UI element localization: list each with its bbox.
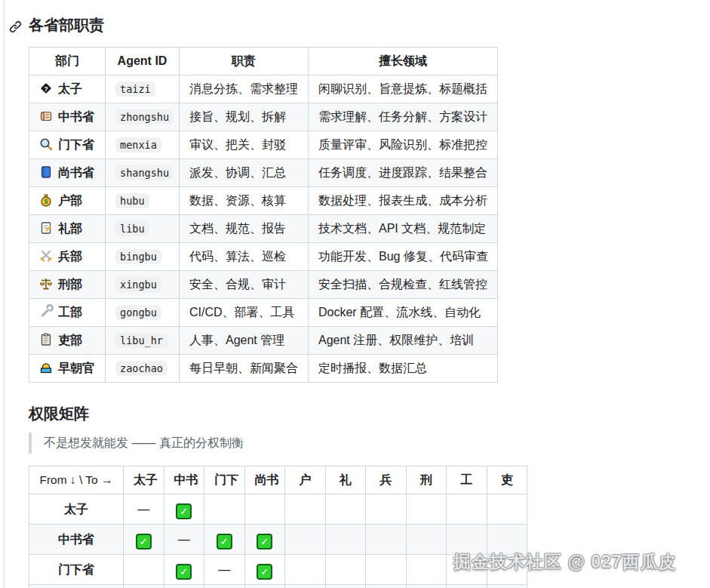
matrix-corner-header: From ↓ \ To → [29, 466, 124, 494]
department-name: 太子 [58, 82, 82, 95]
skills-cell: 安全扫描、合规检查、红线管控 [309, 271, 498, 299]
table-row: 刑部xingbu安全、合规、审计安全扫描、合规检查、红线管控 [29, 271, 498, 299]
matrix-cell [204, 494, 245, 525]
matrix-col-header: 门下 [204, 466, 245, 494]
matrix-cell [164, 555, 204, 585]
skills-cell: 定时播报、数据汇总 [309, 355, 498, 383]
matrix-col-header: 吏 [487, 466, 527, 494]
matrix-col-header: 中书 [164, 466, 204, 494]
balance-scale-icon [38, 276, 54, 291]
table-row: 工部gongbuCI/CD、部署、工具Docker 配置、流水线、自动化 [29, 299, 498, 327]
check-icon [176, 564, 192, 580]
scroll-icon [38, 109, 54, 124]
agent-id-cell: menxia [106, 131, 180, 159]
duties-table: 部门 Agent ID 职责 擅长领域 ?太子taizi消息分拣、需求整理闲聊识… [29, 47, 498, 383]
matrix-cell: — [204, 555, 245, 585]
skills-cell: Agent 注册、权限维护、培训 [309, 327, 498, 355]
matrix-cell [366, 555, 407, 585]
money-bag-icon: $ [38, 192, 54, 208]
col-header-skills: 擅长领域 [309, 48, 498, 75]
magnifying-glass-icon [38, 137, 54, 152]
check-icon [257, 564, 272, 580]
agent-id-cell: shangshu [106, 159, 180, 187]
table-row: 门下省menxia审议、把关、封驳质量评审、风险识别、标准把控 [29, 131, 498, 159]
department-name: 早朝官 [58, 362, 94, 374]
heading-text: 权限矩阵 [29, 405, 89, 422]
dash-self-cell: — [178, 533, 190, 546]
agent-id-code: zhongshu [115, 109, 174, 125]
matrix-row: 门下省— [29, 555, 527, 585]
matrix-cell [447, 494, 487, 525]
matrix-cell [244, 555, 285, 585]
matrix-row-label: 门下省 [29, 555, 124, 585]
department-cell: 中书省 [29, 103, 106, 131]
department-cell: 工部 [29, 299, 106, 327]
blockquote-text: 不是想发就能发 —— 真正的分权制衡 [44, 436, 244, 449]
agent-id-cell: gongbu [106, 299, 180, 327]
table-row: 尚书省shangshu派发、协调、汇总任务调度、进度跟踪、结果整合 [29, 159, 498, 187]
section-heading-duties: 各省部职责 [29, 15, 710, 35]
matrix-cell [164, 585, 204, 588]
department-cell: 礼部 [29, 215, 106, 243]
col-header-agent-id: Agent ID [106, 48, 180, 75]
matrix-col-header: 太子 [124, 466, 164, 494]
skills-cell: 功能开发、Bug 修复、代码审查 [309, 243, 498, 271]
heading-anchor-link[interactable] [9, 18, 22, 31]
department-name: 兵部 [58, 250, 82, 263]
agent-id-code: libu_hr [115, 333, 168, 348]
matrix-cell [164, 494, 204, 525]
check-icon [257, 534, 272, 550]
crossed-swords-icon [38, 248, 54, 263]
skills-cell: 需求理解、任务分解、方案设计 [309, 103, 498, 131]
department-cell: ?太子 [29, 75, 106, 103]
duties-table-header-row: 部门 Agent ID 职责 擅长领域 [29, 48, 498, 75]
check-icon [176, 503, 192, 519]
watermark: 掘金技术社区 @ 027西瓜皮 [453, 550, 677, 574]
agent-id-code: shangshu [115, 165, 174, 180]
duty-cell: 消息分拣、需求整理 [180, 75, 309, 103]
table-row: $户部hubu数据、资源、核算数据处理、报表生成、成本分析 [29, 187, 498, 215]
matrix-row: 中书省— [29, 525, 527, 555]
agent-id-cell: libu [106, 215, 180, 243]
duty-cell: 人事、Agent 管理 [180, 327, 309, 355]
matrix-row-label: 中书省 [29, 525, 124, 555]
matrix-cell [366, 585, 407, 588]
skills-cell: 数据处理、报表生成、成本分析 [309, 187, 498, 215]
skills-cell: 闲聊识别、旨意提炼、标题概括 [309, 75, 498, 103]
department-name: 户部 [58, 194, 82, 207]
matrix-cell [204, 585, 245, 588]
duty-cell: 安全、合规、审计 [180, 271, 309, 299]
matrix-cell [285, 525, 326, 555]
agent-id-code: zaochao [115, 361, 168, 376]
clipboard-icon [38, 332, 54, 347]
col-header-duty: 职责 [180, 48, 309, 75]
matrix-col-header: 工 [447, 466, 487, 494]
matrix-col-header: 户 [285, 466, 326, 494]
wrench-icon [38, 304, 54, 319]
matrix-cell [244, 525, 285, 555]
dash-self-cell: — [137, 503, 149, 516]
matrix-cell [285, 585, 326, 588]
check-icon [217, 534, 232, 550]
matrix-row-label: 太子 [29, 494, 124, 525]
sunrise-icon [38, 360, 54, 375]
matrix-cell [366, 525, 407, 555]
page-left-edge-line [4, 0, 5, 588]
matrix-cell [124, 585, 164, 588]
agent-id-code: xingbu [115, 277, 161, 292]
matrix-cell [487, 585, 527, 588]
matrix-cell [447, 585, 487, 588]
agent-id-cell: hubu [106, 187, 180, 215]
matrix-cell [124, 525, 164, 555]
department-name: 工部 [58, 306, 82, 319]
col-header-department: 部门 [29, 48, 106, 75]
agent-id-code: menxia [115, 137, 161, 152]
matrix-header-row: From ↓ \ To → 太子中书门下尚书户礼兵刑工吏 [29, 466, 527, 494]
agent-id-cell: bingbu [106, 243, 180, 271]
skills-cell: 质量评审、风险识别、标准把控 [309, 131, 498, 159]
agent-id-code: hubu [115, 193, 149, 208]
department-name: 尚书省 [58, 166, 94, 179]
matrix-col-header: 刑 [406, 466, 447, 494]
agent-id-cell: zhongshu [106, 103, 180, 131]
duty-cell: 文档、规范、报告 [180, 215, 309, 243]
